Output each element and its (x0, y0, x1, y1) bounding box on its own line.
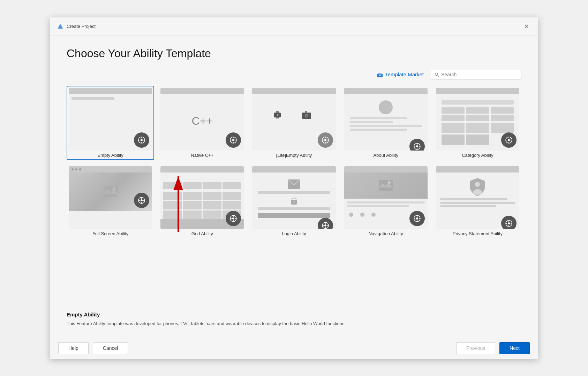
about-circle-icon (379, 100, 393, 114)
template-name-navigation: Navigation Ability (369, 231, 403, 236)
nav-dot (371, 213, 376, 217)
device-badge-icon (134, 193, 149, 208)
svg-point-14 (232, 139, 234, 141)
footer-right: Previous Next (456, 342, 530, 354)
template-name-empty-ability: Empty Ability (97, 153, 123, 158)
dialog-title: Create Project (67, 24, 96, 29)
svg-point-48 (113, 187, 115, 190)
description-title: Empty Ability (67, 312, 521, 317)
svg-point-35 (416, 145, 418, 147)
image-placeholder-icon (104, 186, 118, 197)
dot-icon (79, 168, 81, 170)
help-button[interactable]: Help (58, 342, 89, 354)
lock-icon (291, 196, 297, 205)
svg-point-72 (388, 181, 391, 184)
svg-point-41 (508, 139, 510, 141)
camera-icon (300, 108, 313, 121)
svg-rect-4 (379, 75, 381, 76)
svg-point-80 (473, 189, 482, 195)
device-badge-icon (501, 132, 517, 148)
cpp-logo-icon: C++ (192, 114, 213, 127)
svg-rect-27 (305, 111, 307, 113)
device-badge-icon (501, 216, 517, 229)
svg-point-50 (141, 199, 143, 201)
template-preview-empty (69, 88, 152, 151)
device-badge-icon (226, 132, 241, 148)
template-card-navigation[interactable]: Navigation Ability (342, 164, 430, 238)
next-button[interactable]: Next (499, 342, 530, 354)
nav-dot (360, 213, 364, 217)
description-section: Empty Ability This Feature Ability templ… (67, 306, 521, 330)
template-card-login[interactable]: Login Ability (250, 164, 338, 238)
svg-point-5 (435, 73, 438, 75)
dot-icon (75, 168, 77, 170)
template-name-category: Category Ability (462, 153, 493, 158)
svg-rect-3 (378, 73, 382, 75)
create-project-dialog: Create Project ✕ Choose Your Ability Tem… (50, 17, 538, 359)
dot-icon (71, 168, 74, 170)
device-badge-icon (409, 139, 425, 151)
section-divider (67, 303, 521, 303)
template-card-category[interactable]: Category Ability (434, 86, 521, 160)
template-card-fullscreen[interactable]: Full Screen Ability (67, 164, 154, 238)
template-name-lite-empty: [Lite]Empty Ability (276, 153, 312, 158)
template-card-privacy[interactable]: Privacy Statement Ability (434, 164, 521, 238)
template-name-privacy: Privacy Statement Ability (453, 231, 503, 236)
svg-point-74 (416, 217, 418, 220)
mail-icon (288, 179, 300, 189)
template-preview-about (344, 88, 428, 151)
search-input[interactable] (441, 72, 518, 77)
shield-person-icon (469, 177, 486, 197)
template-preview-category (436, 88, 519, 151)
svg-point-8 (141, 139, 143, 141)
svg-rect-20 (276, 111, 279, 113)
svg-rect-21 (276, 117, 279, 118)
template-card-grid[interactable]: Grid Ability (158, 164, 246, 238)
template-preview-cpp: C++ (160, 88, 244, 151)
app-logo-icon (57, 23, 64, 30)
template-preview-navigation (344, 166, 428, 229)
template-name-grid: Grid Ability (191, 231, 213, 236)
template-preview-grid (160, 166, 244, 229)
toolbar: Template Market (67, 70, 521, 79)
template-name-native-cpp: Native C++ (191, 153, 213, 158)
close-button[interactable]: ✕ (521, 22, 531, 31)
template-name-login: Login Ability (282, 231, 306, 236)
footer-left: Help Cancel (58, 342, 128, 354)
templates-grid-container: Empty Ability C++ (67, 86, 521, 300)
templates-grid: Empty Ability C++ (67, 86, 521, 238)
device-badge-icon (226, 211, 241, 226)
template-name-fullscreen: Full Screen Ability (92, 231, 128, 236)
device-badge-icon (134, 132, 149, 148)
svg-point-63 (293, 201, 295, 203)
template-market-link[interactable]: Template Market (377, 71, 424, 78)
description-text: This Feature Ability template was develo… (67, 320, 521, 327)
svg-point-26 (306, 115, 308, 117)
template-preview-lite (252, 88, 336, 151)
store-icon (377, 71, 383, 78)
template-preview-privacy (436, 166, 519, 229)
template-card-about[interactable]: About Ability (342, 86, 430, 160)
template-preview-fullscreen (69, 166, 152, 229)
title-bar-left: Create Project (57, 23, 96, 30)
search-box[interactable] (431, 70, 521, 79)
svg-line-6 (438, 75, 439, 76)
svg-point-79 (475, 182, 480, 187)
template-market-label: Template Market (385, 71, 424, 77)
previous-button[interactable]: Previous (456, 342, 495, 354)
template-name-about: About Ability (373, 153, 398, 158)
title-bar: Create Project ✕ (50, 17, 538, 36)
main-content: Choose Your Ability Template Template Ma… (50, 36, 538, 337)
template-card-lite-empty[interactable]: [Lite]Empty Ability (250, 86, 338, 160)
lite-device-icon (321, 136, 330, 144)
template-card-empty-ability[interactable]: Empty Ability (67, 86, 154, 160)
svg-point-29 (324, 139, 326, 141)
svg-point-82 (508, 222, 510, 224)
svg-point-56 (232, 217, 234, 220)
cancel-button[interactable]: Cancel (93, 342, 128, 354)
svg-point-65 (324, 224, 326, 227)
watch-icon (271, 108, 284, 121)
search-icon (435, 72, 439, 77)
template-card-native-cpp[interactable]: C++ (158, 86, 246, 160)
device-badge-icon (409, 211, 425, 226)
